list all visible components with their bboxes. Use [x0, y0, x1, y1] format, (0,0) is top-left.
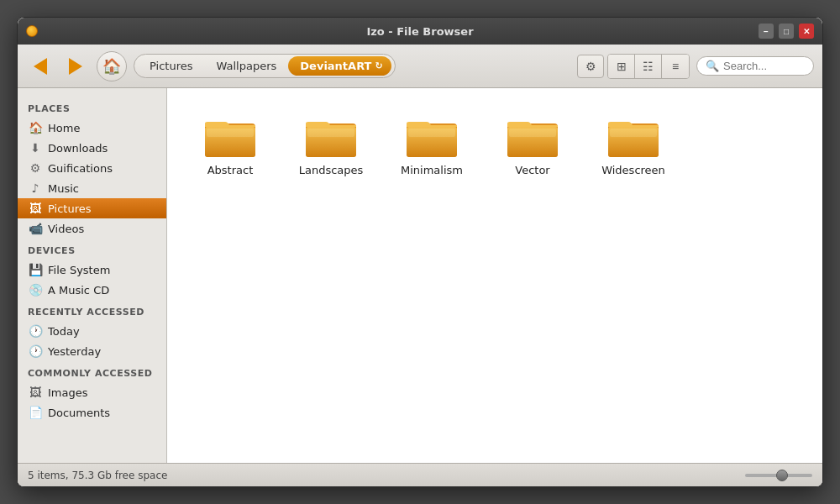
view-controls: ⚙ ⊞ ☷ ≡: [577, 54, 690, 79]
home-icon: 🏠: [102, 57, 121, 76]
zoom-thumb[interactable]: [776, 470, 788, 481]
statusbar: 5 items, 75.3 Gb free space: [18, 463, 822, 486]
music-icon: ♪: [28, 181, 43, 195]
search-input[interactable]: [723, 60, 805, 72]
svg-rect-14: [610, 129, 657, 137]
downloads-icon: ⬇: [28, 141, 43, 155]
tab-pictures[interactable]: Pictures: [138, 56, 204, 76]
home-button[interactable]: 🏠: [97, 51, 127, 81]
pictures-icon: 🖼: [28, 202, 43, 215]
filesystem-icon: 💾: [28, 263, 43, 276]
zoom-slider[interactable]: [745, 474, 812, 477]
images-icon: 🖼: [28, 386, 43, 399]
sidebar-item-label: Home: [48, 122, 80, 134]
main-area: PLACES🏠Home⬇Downloads⚙Guifications♪Music…: [18, 88, 822, 463]
svg-rect-11: [509, 129, 556, 137]
back-button[interactable]: [26, 52, 55, 81]
sidebar-item-downloads[interactable]: ⬇Downloads: [18, 138, 166, 158]
svg-rect-5: [307, 129, 354, 137]
sidebar-item-label: Downloads: [48, 142, 108, 155]
forward-button[interactable]: [61, 52, 90, 81]
folder-item-minimalism[interactable]: Minimalism: [386, 105, 478, 185]
orange-dot: [26, 25, 38, 37]
sidebar-item-filesystem[interactable]: 💾File System: [18, 260, 166, 280]
folder-icon-minimalism: [405, 113, 459, 159]
list-view-button[interactable]: ≡: [662, 55, 689, 78]
folder-name-landscapes: Landscapes: [299, 164, 364, 176]
sidebar-item-label: Music: [48, 182, 79, 195]
sidebar-item-videos[interactable]: 📹Videos: [18, 218, 166, 239]
sidebar-section-title: DEVICES: [18, 239, 166, 260]
folder-icon-vector: [506, 113, 559, 159]
sidebar-section-title: RECENTLY ACCESSED: [18, 300, 166, 321]
sidebar-item-label: Images: [48, 386, 88, 399]
sidebar-item-musiccd[interactable]: 💿A Music CD: [18, 280, 166, 300]
search-box: 🔍: [696, 56, 814, 76]
list-icon: ≡: [672, 60, 679, 73]
sidebar-item-home[interactable]: 🏠Home: [18, 118, 166, 138]
folder-item-abstract[interactable]: Abstract: [184, 105, 276, 185]
sidebar-item-images[interactable]: 🖼Images: [18, 382, 166, 402]
window-controls: − □ ✕: [759, 24, 814, 39]
folder-name-abstract: Abstract: [207, 164, 254, 176]
sidebar-item-guifications[interactable]: ⚙Guifications: [18, 158, 166, 178]
folder-item-vector[interactable]: Vector: [486, 105, 579, 185]
sidebar-item-today[interactable]: 🕐Today: [18, 321, 166, 341]
titlebar-left: [26, 25, 38, 37]
main-window: Izo - File Browser − □ ✕ 🏠 Pictures Wall…: [17, 17, 823, 487]
icon-grid-icon: ⊞: [617, 60, 627, 73]
yesterday-icon: 🕐: [28, 344, 43, 358]
folder-icon-landscapes: [304, 113, 358, 159]
sidebar-item-pictures[interactable]: 🖼Pictures: [18, 198, 166, 218]
toolbar: 🏠 Pictures Wallpapers DeviantART ↻ ⚙ ⊞ ☷: [18, 45, 822, 88]
svg-rect-2: [207, 129, 254, 137]
sidebar-item-label: File System: [48, 264, 110, 276]
home-icon: 🏠: [28, 121, 43, 134]
refresh-icon: ↻: [375, 60, 382, 71]
search-icon: 🔍: [706, 60, 719, 72]
icon-view-button[interactable]: ⊞: [608, 55, 635, 78]
tab-wallpapers[interactable]: Wallpapers: [204, 56, 288, 76]
sidebar-item-documents[interactable]: 📄Documents: [18, 402, 166, 423]
guifications-icon: ⚙: [28, 161, 43, 175]
sidebar-item-label: Today: [48, 325, 80, 338]
today-icon: 🕐: [28, 324, 43, 338]
sidebar-item-label: Documents: [48, 407, 110, 419]
minimize-button[interactable]: −: [759, 24, 774, 39]
sidebar-item-yesterday[interactable]: 🕐Yesterday: [18, 341, 166, 361]
tab-deviantart[interactable]: DeviantART ↻: [288, 56, 391, 76]
svg-rect-8: [408, 129, 455, 137]
path-tabs: Pictures Wallpapers DeviantART ↻: [134, 54, 396, 78]
titlebar: Izo - File Browser − □ ✕: [18, 18, 822, 45]
forward-icon: [69, 58, 82, 75]
folder-name-minimalism: Minimalism: [401, 164, 463, 176]
sidebar-item-label: Guifications: [48, 162, 113, 175]
folder-icon-widescreen: [606, 113, 660, 159]
gear-icon: ⚙: [585, 60, 596, 73]
maximize-button[interactable]: □: [779, 24, 794, 39]
statusbar-info: 5 items, 75.3 Gb free space: [28, 470, 167, 481]
close-button[interactable]: ✕: [799, 24, 814, 39]
zoom-track[interactable]: [745, 474, 812, 477]
sidebar-item-music[interactable]: ♪Music: [18, 178, 166, 198]
view-mode-group: ⊞ ☷ ≡: [607, 54, 690, 79]
sidebar-item-label: Videos: [48, 223, 84, 235]
folder-item-landscapes[interactable]: Landscapes: [285, 105, 377, 185]
videos-icon: 📹: [28, 222, 43, 235]
sidebar-item-label: Pictures: [48, 202, 91, 215]
compact-grid-icon: ☷: [643, 60, 654, 73]
back-icon: [34, 58, 47, 75]
window-title: Izo - File Browser: [366, 25, 473, 38]
musiccd-icon: 💿: [28, 283, 43, 297]
file-area: AbstractLandscapesMinimalismVectorWidesc…: [167, 88, 822, 463]
sidebar-section-title: COMMONLY ACCESSED: [18, 361, 166, 382]
folder-name-widescreen: Widescreen: [601, 164, 665, 176]
folder-item-widescreen[interactable]: Widescreen: [587, 105, 680, 185]
sidebar: PLACES🏠Home⬇Downloads⚙Guifications♪Music…: [18, 88, 167, 463]
compact-view-button[interactable]: ☷: [635, 55, 662, 78]
settings-button[interactable]: ⚙: [577, 55, 604, 78]
folder-icon-abstract: [203, 113, 257, 159]
sidebar-item-label: A Music CD: [48, 284, 109, 297]
folder-name-vector: Vector: [515, 164, 549, 176]
sidebar-item-label: Yesterday: [48, 345, 101, 358]
